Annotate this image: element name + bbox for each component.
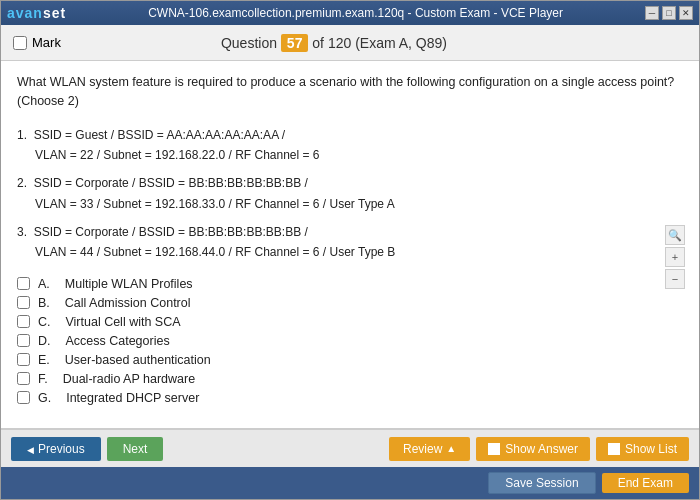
list-item: C. Virtual Cell with SCA bbox=[17, 315, 683, 329]
list-item: B. Call Admission Control bbox=[17, 296, 683, 310]
scenario-2-line1: SSID = Corporate / BSSID = BB:BB:BB:BB:B… bbox=[34, 176, 308, 190]
answer-d-label: D. bbox=[38, 334, 57, 348]
answer-g-label: G. bbox=[38, 391, 58, 405]
scenario-1-line1: SSID = Guest / BSSID = AA:AA:AA:AA:AA:AA… bbox=[34, 128, 285, 142]
question-label: Question bbox=[221, 35, 277, 51]
answer-f-label: F. bbox=[38, 372, 55, 386]
chevron-left-icon bbox=[27, 442, 34, 456]
zoom-controls: 🔍 + − bbox=[665, 225, 685, 289]
answer-g-checkbox[interactable] bbox=[17, 391, 30, 404]
question-number: 57 bbox=[281, 34, 309, 52]
show-list-button[interactable]: Show List bbox=[596, 437, 689, 461]
answer-d-text: Access Categories bbox=[65, 334, 169, 348]
answer-c-checkbox[interactable] bbox=[17, 315, 30, 328]
next-label: Next bbox=[123, 442, 148, 456]
save-session-button[interactable]: Save Session bbox=[488, 472, 595, 494]
main-window: avanset CWNA-106.examcollection.premium.… bbox=[0, 0, 700, 500]
header-bar: Mark Question 57 of 120 (Exam A, Q89) bbox=[1, 25, 699, 61]
zoom-in-button[interactable]: + bbox=[665, 247, 685, 267]
list-item: A. Multiple WLAN Profiles bbox=[17, 277, 683, 291]
answer-b-text: Call Admission Control bbox=[65, 296, 191, 310]
scenario-3: 3. SSID = Corporate / BSSID = BB:BB:BB:B… bbox=[17, 222, 683, 263]
scenario-1-num: 1. bbox=[17, 128, 34, 142]
question-text: What WLAN system feature is required to … bbox=[17, 73, 683, 111]
answer-g-text: Integrated DHCP server bbox=[66, 391, 199, 405]
list-item: D. Access Categories bbox=[17, 334, 683, 348]
answer-d-checkbox[interactable] bbox=[17, 334, 30, 347]
answer-a-label: A. bbox=[38, 277, 57, 291]
scenario-block: 1. SSID = Guest / BSSID = AA:AA:AA:AA:AA… bbox=[17, 125, 683, 263]
answer-f-checkbox[interactable] bbox=[17, 372, 30, 385]
show-answer-label: Show Answer bbox=[505, 442, 578, 456]
answer-e-checkbox[interactable] bbox=[17, 353, 30, 366]
title-bar-left: avanset bbox=[7, 5, 66, 21]
question-total: of 120 (Exam A, Q89) bbox=[312, 35, 447, 51]
zoom-out-button[interactable]: − bbox=[665, 269, 685, 289]
search-icon[interactable]: 🔍 bbox=[665, 225, 685, 245]
scenario-3-line2: VLAN = 44 / Subnet = 192.168.44.0 / RF C… bbox=[35, 245, 395, 259]
review-button[interactable]: Review ▲ bbox=[389, 437, 470, 461]
show-answer-icon bbox=[488, 443, 500, 455]
scenario-3-line1: SSID = Corporate / BSSID = BB:BB:BB:BB:B… bbox=[34, 225, 308, 239]
answer-b-checkbox[interactable] bbox=[17, 296, 30, 309]
main-area: What WLAN system feature is required to … bbox=[1, 61, 699, 429]
review-label: Review bbox=[403, 442, 442, 456]
scenario-1-line2: VLAN = 22 / Subnet = 192.168.22.0 / RF C… bbox=[35, 148, 320, 162]
window-controls: ─ □ ✕ bbox=[645, 6, 693, 20]
show-list-label: Show List bbox=[625, 442, 677, 456]
bottom-bar: Save Session End Exam bbox=[1, 467, 699, 499]
title-bar: avanset CWNA-106.examcollection.premium.… bbox=[1, 1, 699, 25]
previous-label: Previous bbox=[38, 442, 85, 456]
answer-a-text: Multiple WLAN Profiles bbox=[65, 277, 193, 291]
answer-c-text: Virtual Cell with SCA bbox=[65, 315, 180, 329]
main-content: What WLAN system feature is required to … bbox=[1, 61, 699, 429]
title-bar-title: CWNA-106.examcollection.premium.exam.120… bbox=[66, 6, 645, 20]
scenario-3-num: 3. bbox=[17, 225, 34, 239]
end-exam-button[interactable]: End Exam bbox=[602, 473, 689, 493]
caret-icon: ▲ bbox=[446, 443, 456, 454]
answer-e-label: E. bbox=[38, 353, 57, 367]
answer-a-checkbox[interactable] bbox=[17, 277, 30, 290]
save-session-label: Save Session bbox=[505, 476, 578, 490]
scenario-2-line2: VLAN = 33 / Subnet = 192.168.33.0 / RF C… bbox=[35, 197, 395, 211]
show-list-icon bbox=[608, 443, 620, 455]
next-button[interactable]: Next bbox=[107, 437, 164, 461]
mark-checkbox[interactable] bbox=[13, 36, 27, 50]
answer-c-label: C. bbox=[38, 315, 57, 329]
mark-section: Mark bbox=[13, 35, 61, 50]
previous-button[interactable]: Previous bbox=[11, 437, 101, 461]
show-answer-button[interactable]: Show Answer bbox=[476, 437, 590, 461]
list-item: F. Dual-radio AP hardware bbox=[17, 372, 683, 386]
list-item: E. User-based authentication bbox=[17, 353, 683, 367]
close-button[interactable]: ✕ bbox=[679, 6, 693, 20]
logo: avanset bbox=[7, 5, 66, 21]
minimize-button[interactable]: ─ bbox=[645, 6, 659, 20]
scenario-1: 1. SSID = Guest / BSSID = AA:AA:AA:AA:AA… bbox=[17, 125, 683, 166]
question-info: Question 57 of 120 (Exam A, Q89) bbox=[221, 34, 447, 52]
bottom-nav: Previous Next Review ▲ Show Answer Show … bbox=[1, 429, 699, 467]
answer-e-text: User-based authentication bbox=[65, 353, 211, 367]
scenario-2: 2. SSID = Corporate / BSSID = BB:BB:BB:B… bbox=[17, 173, 683, 214]
end-exam-label: End Exam bbox=[618, 476, 673, 490]
mark-label: Mark bbox=[32, 35, 61, 50]
list-item: G. Integrated DHCP server bbox=[17, 391, 683, 405]
answer-b-label: B. bbox=[38, 296, 57, 310]
answers-section: A. Multiple WLAN Profiles B. Call Admiss… bbox=[17, 277, 683, 405]
answer-f-text: Dual-radio AP hardware bbox=[63, 372, 195, 386]
maximize-button[interactable]: □ bbox=[662, 6, 676, 20]
scenario-2-num: 2. bbox=[17, 176, 34, 190]
